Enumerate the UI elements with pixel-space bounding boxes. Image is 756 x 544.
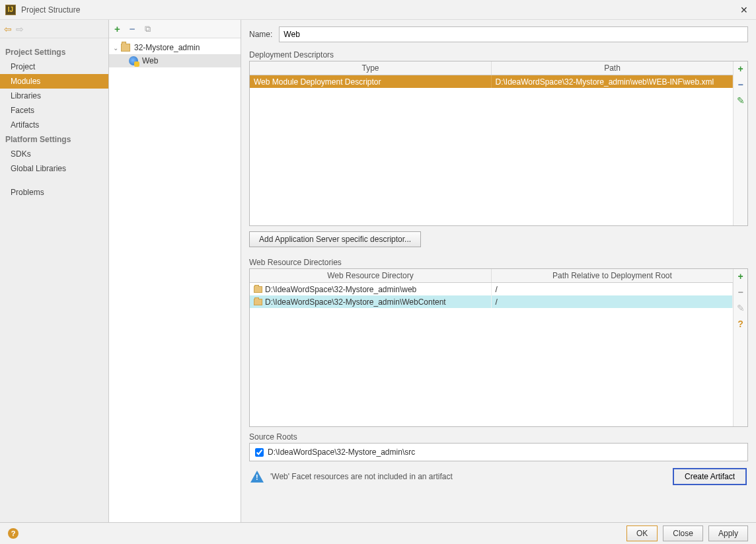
descriptor-path: D:\IdeaWordSpace\32-Mystore_admin\web\WE… [492,75,734,88]
resources-col-dir: Web Resource Directory [250,269,492,282]
sidebar: ⇦ ⇨ Project Settings Project Modules Lib… [0,20,109,522]
descriptor-remove-icon[interactable]: − [737,80,743,89]
sidebar-group-platform-settings: Platform Settings [0,132,108,147]
warning-icon [250,471,264,483]
tree-remove-icon[interactable]: − [130,23,135,34]
descriptors-col-type: Type [250,61,492,75]
nav-forward-icon[interactable]: ⇨ [16,24,24,34]
tree-node-web[interactable]: Web [109,54,241,67]
sidebar-item-modules[interactable]: Modules [0,74,108,89]
titlebar: IJ Project Structure ✕ [0,0,756,20]
resource-dir: D:\IdeaWordSpace\32-Mystore_admin\WebCon… [265,297,446,307]
help-icon[interactable]: ? [8,528,19,539]
resource-row[interactable]: D:\IdeaWordSpace\32-Mystore_admin\WebCon… [250,295,733,308]
descriptor-row[interactable]: Web Module Deployment Descriptor D:\Idea… [250,75,733,88]
resources-col-path: Path Relative to Deployment Root [492,269,733,282]
resource-edit-icon[interactable]: ✎ [737,303,745,313]
apply-button[interactable]: Apply [708,525,748,541]
resources-table: Web Resource Directory Path Relative to … [249,268,748,427]
descriptor-edit-icon[interactable]: ✎ [737,96,745,105]
web-facet-icon [129,56,138,65]
resource-remove-icon[interactable]: − [737,288,743,297]
name-input[interactable] [279,26,748,42]
close-button[interactable]: Close [663,525,703,541]
sidebar-item-problems[interactable]: Problems [0,185,108,200]
tree-node-module-label: 32-Mystore_admin [134,43,200,52]
close-icon[interactable]: ✕ [737,5,751,15]
sidebar-item-sdks[interactable]: SDKs [0,147,108,161]
nav-back-icon[interactable]: ⇦ [4,24,12,34]
descriptor-add-icon[interactable]: + [737,64,743,73]
resource-row[interactable]: D:\IdeaWordSpace\32-Mystore_admin\web / [250,283,733,295]
descriptors-col-path: Path [492,61,733,75]
resource-path: / [492,295,734,308]
descriptor-type: Web Module Deployment Descriptor [250,75,492,88]
sidebar-item-libraries[interactable]: Libraries [0,89,108,103]
resource-add-icon[interactable]: + [737,272,743,281]
descriptors-table: Type Path Web Module Deployment Descript… [249,61,748,226]
window-title: Project Structure [21,5,80,15]
resource-dir: D:\IdeaWordSpace\32-Mystore_admin\web [265,285,416,294]
dialog-footer: ? OK Close Apply [0,522,756,544]
app-icon: IJ [5,5,16,15]
sidebar-item-facets[interactable]: Facets [0,103,108,118]
descriptors-section-label: Deployment Descriptors [249,50,748,59]
resource-help-icon[interactable]: ? [737,319,743,329]
source-roots-box: D:\IdeaWordSpace\32-Mystore_admin\src [249,443,748,461]
tree-node-module[interactable]: ⌄ 32-Mystore_admin [109,41,241,54]
source-root-checkbox[interactable] [255,448,264,457]
module-tree-panel: + − ⧉ ⌄ 32-Mystore_admin Web [109,20,241,522]
content-panel: Name: Deployment Descriptors Type Path W… [241,20,756,522]
chevron-down-icon[interactable]: ⌄ [112,44,120,52]
sidebar-item-artifacts[interactable]: Artifacts [0,118,108,132]
source-root-path: D:\IdeaWordSpace\32-Mystore_admin\src [268,447,415,457]
sidebar-item-project[interactable]: Project [0,59,108,74]
tree-add-icon[interactable]: + [114,23,120,34]
tree-copy-icon[interactable]: ⧉ [145,24,151,34]
add-server-descriptor-button[interactable]: Add Application Server specific descript… [249,231,421,247]
name-label: Name: [249,30,272,39]
sidebar-item-global-libraries[interactable]: Global Libraries [0,161,108,176]
create-artifact-button[interactable]: Create Artifact [673,468,747,485]
tree-node-web-label: Web [142,56,158,65]
source-roots-section-label: Source Roots [249,432,748,442]
ok-button[interactable]: OK [626,525,658,541]
sidebar-group-project-settings: Project Settings [0,45,108,59]
warning-text: 'Web' Facet resources are not included i… [270,472,666,481]
folder-icon [254,299,262,305]
resource-path: / [492,283,734,295]
folder-icon [254,286,262,293]
resources-section-label: Web Resource Directories [249,258,748,267]
module-icon [121,44,130,52]
